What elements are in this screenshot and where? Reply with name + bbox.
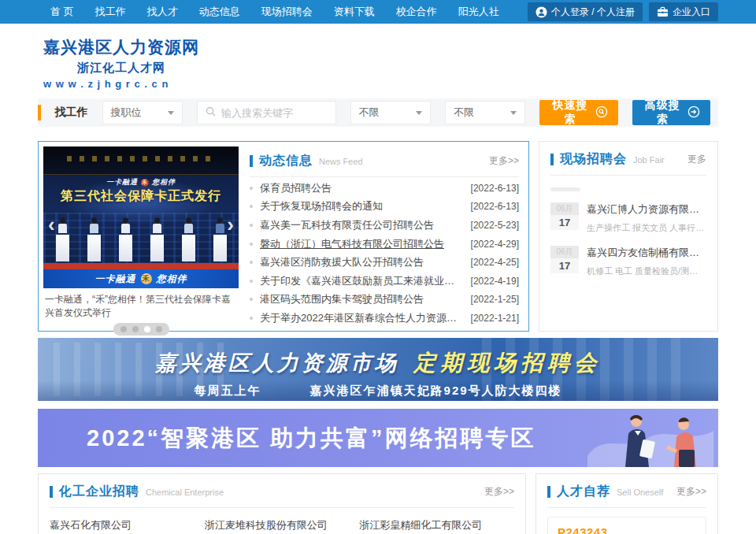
search-input[interactable] [221,107,328,119]
news-item[interactable]: 嘉兴美一瓦科技有限责任公司招聘公告 [2022-5-23] [250,216,519,235]
chemical-company-list: 嘉兴石化有限公司 工艺员 设备管理 警卫（残疾工） 浙江麦堆科技股份有限公司 销… [50,508,514,534]
talent-subtitle: Sell Oneself [617,488,663,497]
chevron-down-icon [510,111,517,115]
section-accent-bar [547,486,550,498]
job-fair-info: 嘉兴四方友信制桶有限公司 机修工 电工 质量检验员/测试员 叉车… [587,246,706,277]
advanced-search-label: 高级搜索 [643,98,683,127]
job-fair-more-link[interactable]: 更多 [687,153,706,166]
carousel-caption[interactable]: 一卡融通，“禾”您相伴！第三代社会保障卡嘉兴首发仪式举行 [43,288,239,321]
enterprise-entry-button[interactable]: 企业入口 [649,2,718,21]
news-item-title: 关于印发《嘉兴港区鼓励新员工来港就业补助操作... [260,274,471,288]
carousel-dot[interactable] [144,326,150,332]
nav-item[interactable]: 阳光人社 [458,5,499,19]
job-fair-section: 现场招聘会 Job Fair 更多 06月 17 嘉兴汇博人力资源有限公司 生产… [539,141,718,332]
carousel-dot[interactable] [156,326,162,332]
carousel-dot[interactable] [120,326,127,332]
chemical-company[interactable]: 嘉兴石化有限公司 工艺员 设备管理 警卫（残疾工） [50,518,205,534]
news-item[interactable]: 关于恢复现场招聘会的通知 [2022-6-13] [250,198,519,217]
chemical-company[interactable]: 浙江彩皇精细化工有限公司 普工（制造科） 营业担当 [359,518,514,534]
carousel: 一卡融通 禾 您相伴 第三代社会保障卡正式发行 [43,146,239,326]
news-item-title: 嘉兴美一瓦科技有限责任公司招聘公告 [260,218,471,232]
nav-item[interactable]: 动态信息 [199,5,240,19]
search-mode-label: 找工作 [55,106,88,120]
news-title: 动态信息 [259,153,313,169]
briefcase-icon [657,6,669,17]
section-accent-bar [250,155,253,167]
advanced-search-button[interactable]: 高级搜索 [632,100,710,125]
talent-more-link[interactable]: 更多>> [676,485,706,499]
search-bar: 找工作 搜职位 不限 不限 快速搜索 高级搜索 [38,98,718,127]
news-item[interactable]: 关于举办2022年港区新春综合性人力资源暨春风... [2022-1-21] [250,309,519,328]
job-fair-header: 现场招聘会 Job Fair 更多 [550,150,706,176]
strip-left: 一卡融通 [95,273,136,286]
quick-search-button[interactable]: 快速搜索 [539,100,617,125]
filter-select-2[interactable]: 不限 [445,101,525,124]
arrow-circle-icon [687,106,700,121]
site-subname: 浙江化工人才网 [43,61,199,76]
news-item[interactable]: 磐动（浙江）电气科技有限公司招聘公告 [2022-4-29] [250,235,519,254]
seal-icon: 禾 [141,179,149,187]
news-item-date: [2022-6-13] [471,183,519,194]
personal-login-button[interactable]: 个人登录 / 个人注册 [528,2,643,21]
personal-login-label: 个人登录 / 个人注册 [551,6,635,19]
nav-item[interactable]: 首 页 [50,5,74,19]
job-fair-item[interactable]: 06月 17 嘉兴汇博人力资源有限公司 生产操作工 报关文员 人事行政助理… [550,202,706,234]
job-fair-item[interactable]: 06月 17 嘉兴四方友信制桶有限公司 机修工 电工 质量检验员/测试员 叉车… [550,246,706,277]
news-item[interactable]: 保育员招聘公告 [2022-6-13] [250,179,519,198]
banner-illustration [580,409,713,467]
talent-header: 人才自荐 Sell Oneself 更多>> [547,482,706,508]
banner1-details: 每周五上午 嘉兴港区乍浦镇天妃路929号人防大楼四楼 [38,384,718,399]
news-item-date: [2022-6-13] [471,201,519,212]
bullet-icon [250,298,253,301]
news-item[interactable]: 关于印发《嘉兴港区鼓励新员工来港就业补助操作... [2022-4-19] [250,272,519,291]
filter-select-1[interactable]: 不限 [350,101,431,124]
quick-search-label: 快速搜索 [550,98,590,127]
carousel-slide[interactable]: 一卡融通 禾 您相伴 第三代社会保障卡正式发行 [43,146,239,288]
carousel-dots [113,323,169,336]
chevron-down-icon [168,111,174,115]
nav-buttons: 个人登录 / 个人注册 企业入口 [528,2,718,21]
nav-item[interactable]: 现场招聘会 [261,5,313,19]
nav-item[interactable]: 找人才 [147,5,178,19]
news-more-link[interactable]: 更多>> [489,154,519,168]
carousel-next-arrow[interactable]: › [227,214,234,235]
bottom-content: 化工企业招聘 Chemical Enterprise 更多>> 嘉兴石化有限公司… [38,473,718,534]
news-item-title: 保育员招聘公告 [260,181,471,195]
bullet-icon [250,243,253,246]
chemical-company[interactable]: 浙江麦堆科技股份有限公司 销售专员 会计 土建主管 [205,518,360,534]
search-icon [206,106,216,120]
banner1-schedule: 每周五上午 [194,384,261,397]
nav-item[interactable]: 校企合作 [396,5,437,19]
chemical-subtitle: Chemical Enterprise [146,488,224,497]
talent-card[interactable]: P243243 男 ｜ 嘉兴市>嘉兴港区 ｜ 八年以上 [547,517,706,534]
banner1-title-white: 嘉兴港区人力资源市场 [155,351,399,375]
nav-menu: 首 页找工作找人才动态信息现场招聘会资料下载校企合作阳光人社 [38,5,499,19]
badge-day: 17 [550,258,579,273]
news-item[interactable]: 嘉兴港区消防救援大队公开招聘公告 [2022-4-25] [250,253,519,272]
online-recruitment-banner[interactable]: 2022“智聚港区 助力共富”网络招聘专区 [38,409,718,467]
news-item-title: 关于举办2022年港区新春综合性人力资源暨春风... [260,311,471,325]
stage-figures [53,217,229,261]
badge-month: 06月 [550,202,579,215]
job-fair-subtitle: Job Fair [633,155,665,165]
date-badge: 06月 17 [550,246,579,277]
slide-banner-strip: 一卡融通 禾 您相伴 [43,269,239,288]
nav-item[interactable]: 找工作 [95,5,126,19]
badge-month: 06月 [550,246,579,258]
site-logo[interactable]: 嘉兴港区人力资源网 浙江化工人才网 w w w . z j h g r c . … [43,36,199,90]
carousel-dot[interactable] [132,326,139,332]
main-content: 一卡融通 禾 您相伴 第三代社会保障卡正式发行 [38,141,718,332]
company-name: 嘉兴汇博人力资源有限公司 [587,202,706,217]
company-name: 嘉兴石化有限公司 [50,518,195,532]
recruitment-market-banner[interactable]: 嘉兴港区人力资源市场 定期现场招聘会 每周五上午 嘉兴港区乍浦镇天妃路929号人… [38,338,718,401]
section-accent-bar [550,154,554,165]
chevron-down-icon [416,111,422,115]
bullet-icon [250,317,253,320]
tagline-left: 一卡融通 [106,177,138,187]
news-item[interactable]: 港区码头范围内集卡驾驶员招聘公告 [2022-1-25] [250,291,519,310]
nav-item[interactable]: 资料下载 [334,5,375,19]
chemical-more-link[interactable]: 更多>> [484,485,514,499]
section-accent-bar [50,486,53,498]
carousel-prev-arrow[interactable]: ‹ [48,214,55,235]
job-category-select[interactable]: 搜职位 [102,101,183,124]
